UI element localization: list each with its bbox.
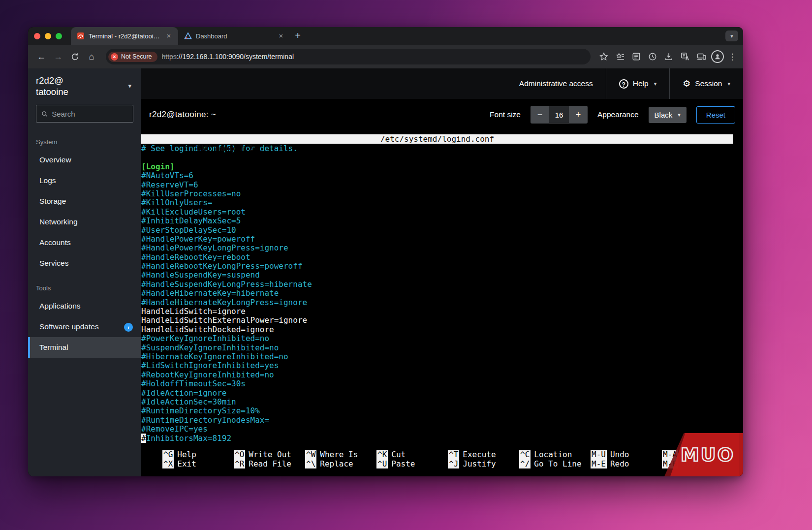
main-area: Administrative access ? Help ▾ ⚙ Session… — [141, 68, 743, 476]
tab-close-icon[interactable]: × — [164, 31, 173, 40]
search-input[interactable] — [52, 110, 128, 118]
omnibox[interactable]: × Not Secure https://192.168.1.100:9090/… — [106, 49, 591, 64]
theme-select[interactable]: Black ▾ — [649, 107, 687, 123]
shortcut-label: Help — [177, 450, 196, 459]
nano-shortcuts: ^GHelp^XExit^OWrite Out^RRead File^WWher… — [162, 450, 738, 468]
font-size-stepper: − 16 + — [531, 106, 588, 124]
history-icon[interactable] — [646, 50, 659, 63]
font-size-increase-button[interactable]: + — [569, 106, 588, 124]
bookmarks-list-icon[interactable] — [614, 50, 626, 63]
reset-button[interactable]: Reset — [696, 106, 735, 124]
nano-line: #NAutoVTs=6 — [141, 171, 743, 180]
sidebar-item-networking[interactable]: Networking — [28, 212, 141, 232]
url-text[interactable]: https://192.168.1.100:9090/system/termin… — [162, 53, 294, 61]
nano-line: #PowerKeyIgnoreInhibited=no — [141, 334, 743, 343]
sidebar-item-logs[interactable]: Logs — [28, 170, 141, 191]
nano-filename: /etc/systemd/logind.conf — [141, 134, 733, 144]
terminal-screen[interactable]: GNU nano 7.2 /etc/systemd/logind.conf # … — [141, 130, 743, 476]
admin-access-indicator[interactable]: Administrative access — [506, 68, 606, 99]
nano-line: #UserStopDelaySec=10 — [141, 226, 743, 235]
nano-shortcut[interactable]: ^\Replace — [305, 460, 376, 468]
sidebar-item-terminal[interactable]: Terminal — [28, 337, 141, 358]
sidebar: r2d2@ tatooine ▾ SystemOverviewLogsStora… — [28, 68, 141, 476]
nano-shortcut[interactable]: ^KCut — [376, 450, 448, 459]
session-menu[interactable]: ⚙ Session ▾ — [670, 68, 743, 99]
shortcut-key: ^X — [162, 460, 174, 468]
shortcut-column: ^KCut^UPaste — [376, 450, 448, 468]
sidebar-item-services[interactable]: Services — [28, 253, 141, 274]
maximize-window-button[interactable] — [56, 33, 62, 39]
nano-shortcut[interactable]: ^UPaste — [376, 460, 448, 468]
tab-terminal[interactable]: Terminal - r2d2@tatooine × — [71, 27, 178, 45]
nano-line: #IdleAction=ignore — [141, 389, 743, 398]
home-icon[interactable]: ⌂ — [84, 49, 99, 64]
nano-line: HandleLidSwitchExternalPower=ignore — [141, 316, 743, 325]
devices-icon[interactable] — [695, 50, 708, 63]
nano-shortcut[interactable]: ^XExit — [162, 460, 234, 468]
tab-title: Terminal - r2d2@tatooine — [89, 32, 160, 40]
forward-icon[interactable]: → — [51, 49, 65, 64]
nano-shortcut[interactable]: ^RRead File — [234, 460, 305, 468]
chevron-down-icon: ▾ — [727, 81, 730, 87]
nano-shortcut[interactable]: ^TExecute — [448, 450, 519, 459]
shortcut-key: ^G — [162, 450, 174, 459]
sidebar-item-applications[interactable]: Applications — [28, 296, 141, 316]
shortcut-label: Execute — [463, 450, 496, 459]
download-icon[interactable] — [662, 50, 675, 63]
shortcut-label: Read File — [249, 459, 291, 468]
nano-shortcut[interactable]: M-UUndo — [591, 450, 662, 459]
nano-line: #LidSwitchIgnoreInhibited=yes — [141, 361, 743, 370]
reload-icon[interactable] — [67, 49, 82, 64]
sidebar-item-overview[interactable]: Overview — [28, 150, 141, 170]
sidebar-search[interactable] — [36, 105, 133, 123]
shortcut-label: Replace — [320, 459, 353, 468]
back-icon[interactable]: ← — [34, 49, 49, 64]
nano-shortcut[interactable]: ^CLocation — [519, 450, 591, 459]
nano-line: #HandleHibernateKey=hibernate — [141, 289, 743, 298]
nano-shortcut[interactable]: ^WWhere Is — [305, 450, 376, 459]
minimize-window-button[interactable] — [45, 33, 51, 39]
sidebar-nav: SystemOverviewLogsStorageNetworkingAccou… — [28, 127, 141, 358]
host-switcher[interactable]: r2d2@ tatooine ▾ — [28, 68, 141, 97]
nano-line: #ReserveVT=6 — [141, 181, 743, 189]
reading-list-icon[interactable] — [630, 50, 643, 63]
sidebar-item-label: Networking — [39, 218, 78, 226]
nano-shortcut[interactable]: ^/Go To Line — [519, 460, 591, 468]
sidebar-item-label: Applications — [39, 302, 81, 310]
nano-line: #InhibitDelayMaxSec=5 — [141, 217, 743, 225]
sidebar-item-storage[interactable]: Storage — [28, 191, 141, 212]
chevron-down-icon: ▾ — [654, 81, 657, 87]
nano-shortcut[interactable]: ^OWrite Out — [234, 450, 305, 459]
translate-icon[interactable] — [679, 50, 691, 63]
browser-menu-icon[interactable]: ⋮ — [727, 52, 737, 62]
nano-line: #HandleHibernateKeyLongPress=ignore — [141, 298, 743, 307]
shortcut-label: Exit — [177, 459, 196, 468]
not-secure-chip[interactable]: × Not Secure — [108, 52, 157, 62]
new-tab-button[interactable]: + — [290, 27, 305, 45]
nano-line: HandleLidSwitch=ignore — [141, 307, 743, 316]
shortcut-key: ^W — [305, 450, 316, 459]
tab-search-menu-button[interactable]: ▾ — [725, 31, 738, 41]
nano-shortcut[interactable]: ^JJustify — [448, 460, 519, 468]
help-menu[interactable]: ? Help ▾ — [606, 68, 669, 99]
sidebar-item-software-updates[interactable]: Software updatesi — [28, 316, 141, 337]
profile-avatar[interactable] — [711, 50, 724, 63]
nano-line: #HoldoffTimeoutSec=30s — [141, 379, 743, 388]
tab-close-icon[interactable]: × — [277, 31, 285, 40]
nano-shortcut[interactable]: ^GHelp — [162, 450, 234, 459]
close-window-button[interactable] — [34, 33, 40, 39]
sidebar-item-label: Software updates — [39, 322, 99, 331]
nano-line: #SuspendKeyIgnoreInhibited=no — [141, 343, 743, 352]
sidebar-item-label: Accounts — [39, 238, 71, 247]
nano-line: #KillUserProcesses=no — [141, 189, 743, 198]
tab-dashboard[interactable]: Dashboard × — [178, 27, 290, 45]
tab-title: Dashboard — [196, 32, 273, 40]
nano-shortcut[interactable]: M-ERedo — [591, 460, 662, 468]
browser-action-icons: ⋮ — [597, 50, 737, 63]
nano-content: # See logind.conf(5) for details.[Login]… — [141, 144, 743, 443]
not-secure-icon: × — [111, 53, 118, 61]
sidebar-item-accounts[interactable]: Accounts — [28, 232, 141, 253]
bookmark-star-icon[interactable] — [597, 50, 610, 63]
nano-line: #HandlePowerKeyLongPress=ignore — [141, 244, 743, 252]
font-size-decrease-button[interactable]: − — [531, 106, 549, 124]
